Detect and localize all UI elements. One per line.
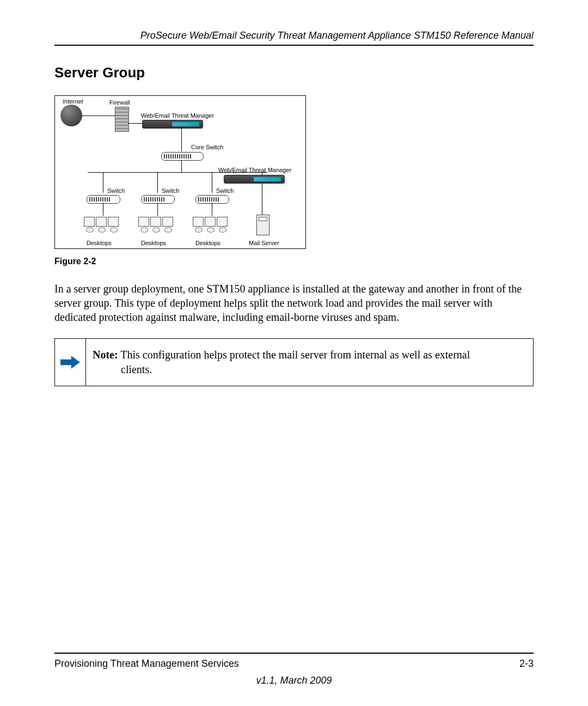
core-switch-icon (161, 152, 204, 161)
footer-version: v1.1, March 2009 (54, 675, 534, 686)
internet-label: Internet (63, 98, 83, 105)
section-title: Server Group (54, 64, 534, 81)
network-diagram: Internet Firewall Web/Email Threat Manag… (54, 95, 306, 249)
note-line1: This configuration helps protect the mai… (118, 349, 470, 361)
running-header: ProSecure Web/Email Security Threat Mana… (54, 30, 534, 46)
body-paragraph: In a server group deployment, one STM150… (54, 282, 534, 324)
switch-icon-3 (195, 195, 229, 204)
firewall-label: Firewall (109, 99, 130, 106)
note-text: Note: This configuration helps protect t… (86, 339, 476, 386)
core-switch-label: Core Switch (191, 144, 223, 150)
footer-section-name: Provisioning Threat Management Services (54, 658, 239, 670)
switch-label-3: Switch (216, 187, 234, 194)
arrow-right-icon (60, 355, 80, 369)
desktops-label-2: Desktops (141, 240, 166, 246)
switch-label-2: Switch (162, 187, 179, 194)
mail-server-label: Mail Server (249, 240, 279, 246)
globe-icon (60, 105, 82, 126)
appliance-top-icon (142, 120, 203, 129)
switch-icon-1 (87, 195, 120, 204)
desktops-icon-1 (83, 217, 122, 234)
footer-page-number: 2-3 (519, 658, 534, 670)
note-box: Note: This configuration helps protect t… (54, 338, 534, 386)
footer-rule (54, 653, 534, 654)
desktops-icon-3 (192, 217, 231, 234)
desktops-label-3: Desktops (195, 240, 220, 246)
threat-manager-right-label: Web/Email Threat Manager (218, 167, 291, 173)
desktops-icon-2 (138, 217, 177, 234)
note-icon-cell (55, 339, 86, 386)
page-footer: Provisioning Threat Management Services … (54, 653, 534, 686)
switch-label-1: Switch (107, 187, 125, 194)
firewall-icon (115, 107, 129, 132)
threat-manager-top-label: Web/Email Threat Manager (141, 112, 214, 119)
desktops-label-1: Desktops (87, 240, 112, 246)
page: ProSecure Web/Email Security Threat Mana… (0, 0, 588, 706)
mail-server-icon (256, 215, 270, 235)
figure-caption: Figure 2-2 (54, 257, 534, 266)
appliance-right-icon (224, 175, 285, 184)
note-label: Note: (93, 349, 118, 361)
note-line2: clients. (93, 362, 470, 377)
switch-icon-2 (141, 195, 175, 204)
